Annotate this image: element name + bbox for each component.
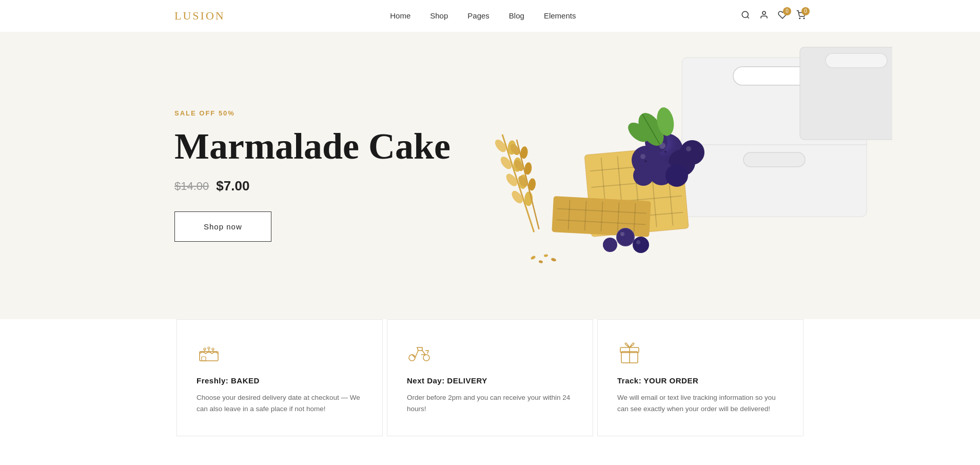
nav-item-shop[interactable]: Shop [430, 11, 448, 21]
new-price: $7.00 [216, 178, 249, 194]
search-icon [741, 10, 750, 20]
gift-icon [617, 340, 642, 365]
account-button[interactable] [759, 10, 769, 22]
feature-title-baked: Freshly: BAKED [197, 376, 363, 385]
feature-icon-delivery [407, 340, 433, 366]
nav-link-shop[interactable]: Shop [430, 11, 448, 20]
price-wrap: $14.00 $7.00 [174, 178, 450, 194]
cart-button[interactable]: 0 [796, 10, 806, 22]
hero-content: SALE OFF 50% Marmalade Cake $14.00 $7.00… [0, 79, 625, 273]
nav-links: Home Shop Pages Blog Elements [390, 11, 576, 21]
svg-point-0 [742, 11, 748, 17]
svg-point-3 [799, 18, 800, 19]
logo[interactable]: LUSION [174, 9, 225, 23]
svg-point-81 [212, 348, 214, 350]
svg-point-67 [633, 237, 649, 253]
nav-link-blog[interactable]: Blog [509, 11, 524, 20]
svg-text:✦: ✦ [663, 149, 668, 154]
search-button[interactable] [741, 10, 750, 22]
feature-icon-baked [197, 340, 222, 366]
cake-icon [197, 340, 221, 365]
feature-title-tracking: Track: YOUR ORDER [617, 376, 783, 385]
nav-link-elements[interactable]: Elements [544, 11, 576, 20]
feature-desc-baked: Choose your desired delivery date at che… [197, 392, 363, 415]
svg-point-79 [204, 348, 206, 350]
wishlist-button[interactable]: 0 [778, 10, 787, 22]
scooter-icon [407, 340, 432, 365]
svg-rect-74 [200, 352, 218, 361]
svg-point-56 [633, 165, 654, 186]
svg-rect-75 [202, 357, 206, 361]
svg-point-60 [640, 154, 645, 159]
logo-accent: L [174, 9, 183, 22]
nav-item-home[interactable]: Home [390, 11, 410, 21]
cart-badge: 0 [801, 7, 810, 15]
hero-section: SALE OFF 50% Marmalade Cake $14.00 $7.00… [0, 32, 980, 319]
nav-item-pages[interactable]: Pages [467, 11, 489, 21]
svg-rect-10 [826, 53, 887, 68]
feature-desc-delivery: Order before 2pm and you can receive you… [407, 392, 573, 415]
old-price: $14.00 [174, 180, 209, 193]
nav-item-elements[interactable]: Elements [544, 11, 576, 21]
nav-link-home[interactable]: Home [390, 11, 410, 20]
svg-point-57 [680, 140, 704, 165]
nav-icons: 0 0 [741, 10, 806, 22]
feature-card-tracking: Track: YOUR ORDER We will email or text … [597, 319, 803, 436]
svg-point-80 [208, 347, 210, 349]
wishlist-badge: 0 [783, 7, 791, 15]
feature-icon-tracking [617, 340, 643, 366]
svg-text:✦: ✦ [644, 159, 648, 164]
svg-point-83 [423, 355, 429, 361]
feature-desc-tracking: We will email or text live tracking info… [617, 392, 783, 415]
feature-title-delivery: Next Day: DELIVERY [407, 376, 573, 385]
svg-point-55 [665, 164, 688, 187]
svg-rect-8 [743, 152, 805, 167]
logo-text: USION [183, 9, 225, 22]
svg-point-82 [409, 355, 415, 361]
svg-point-4 [803, 18, 805, 19]
shop-now-button[interactable]: Shop now [174, 211, 271, 242]
svg-point-61 [686, 146, 691, 151]
nav-item-blog[interactable]: Blog [509, 11, 524, 21]
feature-card-baked: Freshly: BAKED Choose your desired deliv… [177, 319, 383, 436]
sale-label: SALE OFF 50% [174, 109, 450, 117]
svg-point-68 [636, 240, 640, 244]
nav-link-pages[interactable]: Pages [467, 11, 489, 20]
hero-title: Marmalade Cake [174, 126, 450, 167]
svg-point-2 [762, 11, 766, 14]
svg-line-1 [747, 16, 749, 18]
user-icon [759, 10, 769, 20]
navbar: LUSION Home Shop Pages Blog Elements 0 0 [0, 0, 980, 32]
features-section: Freshly: BAKED Choose your desired deliv… [0, 319, 980, 436]
feature-card-delivery: Next Day: DELIVERY Order before 2pm and … [387, 319, 593, 436]
